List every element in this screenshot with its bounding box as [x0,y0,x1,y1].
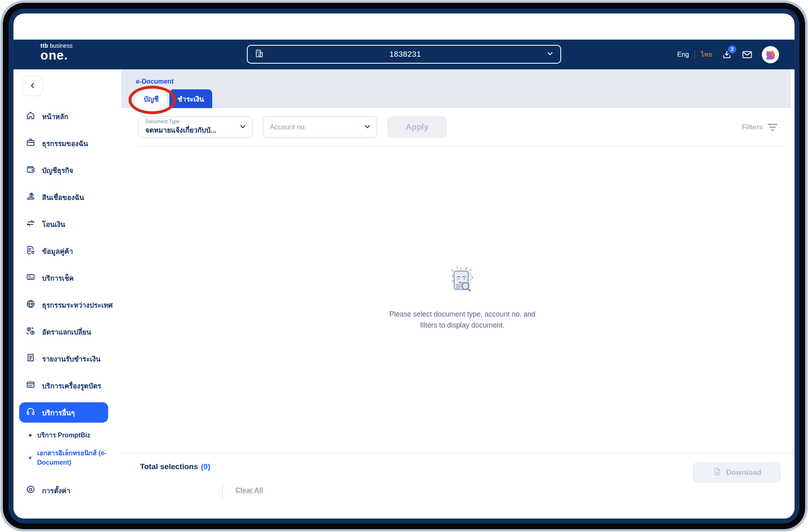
sidebar-nav: หน้าหลัก ธุรกรรมของฉัน บัญชีธุรกิจ สินเช… [13,103,121,504]
card-machine-icon [26,380,36,392]
sidebar-item-card-machine[interactable]: บริการเครื่องรูดบัตร [13,372,121,399]
document-type-value: จดหมายแจ้งเกี่ยวกับบั... [145,124,239,135]
sidebar-item-other-services[interactable]: บริการอื่นๆ [19,402,108,423]
sidebar: หน้าหลัก ธุรกรรมของฉัน บัญชีธุรกิจ สินเช… [13,69,121,519]
home-icon [26,111,36,122]
document-heart-icon [26,245,36,257]
total-selections: Total selections (0) [140,462,210,471]
lang-divider [695,50,695,59]
lang-eng-button[interactable]: Eng [677,51,689,58]
empty-state: Please select document type, account no.… [138,265,786,331]
clear-all-link[interactable]: Clear All [235,486,263,494]
apply-button[interactable]: Apply [387,116,447,138]
footer-divider [222,483,223,498]
filter-divider [138,146,786,146]
top-right-cluster: Eng ไทย 2 [677,40,779,69]
filter-row: Document Type จดหมายแจ้งเกี่ยวกับบั... A… [138,116,786,138]
receipt-icon [26,353,36,365]
sidebar-item-cheque-service[interactable]: บริการเช็ค [13,264,121,291]
wallet-icon [26,164,36,176]
sidebar-item-international[interactable]: ธุรกรรมระหว่างประเทศ [13,291,121,318]
sidebar-item-partner-info[interactable]: ข้อมูลคู่ค้า [13,237,121,264]
gear-icon [26,485,36,497]
chevron-down-icon [546,50,554,59]
account-selector[interactable]: 1838231 [247,45,561,64]
sidebar-item-payment-report[interactable]: รายงานรับชำระเงิน [13,345,121,372]
sidebar-item-my-loans[interactable]: สินเชื่อของฉัน [13,184,121,211]
lang-thai-button[interactable]: ไทย [701,49,712,60]
page-header-band: e-Document บัญชี ชำระเงิน [121,69,791,108]
sidebar-item-my-transactions[interactable]: ธุรกรรมของฉัน [13,130,121,157]
account-no-dropdown[interactable]: Account no. [263,116,377,138]
top-bar: ttb business one. 1838231 Eng ไทย [13,40,795,69]
main-content: e-Document บัญชี ชำระเงิน Document Type … [121,69,795,519]
document-search-icon [447,265,478,297]
ttb-business-one-logo: ttb business one. [40,43,73,62]
sidebar-subitem-promptbiz[interactable]: บริการ PromptBiz [13,426,121,444]
account-no-placeholder: Account no. [270,123,364,131]
tab-panel: Document Type จดหมายแจ้งเกี่ยวกับบั... A… [121,108,795,453]
total-selections-count: (0) [201,462,210,471]
download-file-icon [713,467,721,478]
sidebar-item-transfer[interactable]: โอนเงิน [13,211,121,237]
sidebar-subitem-edocument[interactable]: เอกสารอิเล็กทรอนิกส์ (e-Document) [13,444,121,471]
tab-accounts[interactable]: บัญชี [135,89,167,108]
app-window: ttb business one. 1838231 Eng ไทย [13,13,795,519]
sidebar-item-business-accounts[interactable]: บัญชีธุรกิจ [13,157,121,184]
user-avatar[interactable] [762,46,779,63]
building-icon [254,49,264,60]
document-type-dropdown[interactable]: Document Type จดหมายแจ้งเกี่ยวกับบั... [138,116,253,138]
bottom-action-bar: Total selections (0) Clear All Download [121,453,795,519]
sidebar-item-home[interactable]: หน้าหลัก [13,103,121,130]
transfer-icon [26,218,36,230]
globe-icon [26,299,36,311]
headset-icon [26,407,36,419]
mail-icon[interactable] [741,49,753,60]
download-button[interactable]: Download [693,462,781,483]
document-type-label: Document Type [145,119,239,124]
briefcase-icon [26,137,36,149]
tab-bar: บัญชี ชำระเงิน [135,89,212,108]
chevron-down-icon [239,123,246,132]
chevron-down-icon [364,123,371,132]
filter-bars-icon [768,124,777,131]
bullet-icon [29,434,31,437]
exchange-rate-icon [26,326,36,338]
loan-icon [26,191,36,203]
sidebar-item-exchange-rate[interactable]: อัตราแลกเปลี่ยน [13,318,121,345]
filters-button[interactable]: Filters [742,123,777,131]
empty-state-message: Please select document type, account no.… [389,309,535,331]
tab-payments[interactable]: ชำระเงิน [169,89,212,108]
download-badge: 2 [728,45,736,53]
account-number: 1838231 [264,50,546,59]
sidebar-collapse-button[interactable] [22,75,43,96]
download-center-button[interactable]: 2 [721,49,733,60]
sidebar-item-settings[interactable]: การตั้งค่า [13,477,121,504]
cheque-icon [26,272,36,284]
brand-one: one. [40,49,73,62]
breadcrumb: e-Document [136,78,173,85]
bullet-icon [29,457,31,459]
